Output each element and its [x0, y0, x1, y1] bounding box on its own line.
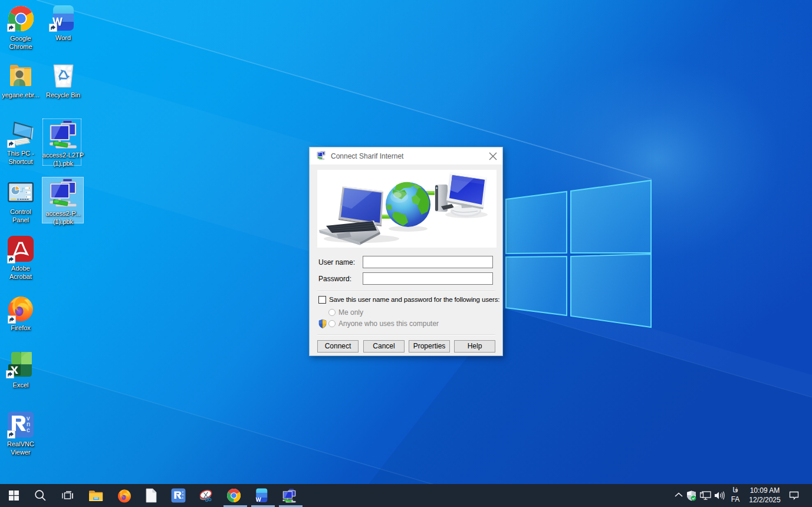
svg-text:c: c	[27, 426, 30, 433]
svg-text:n: n	[182, 493, 183, 496]
